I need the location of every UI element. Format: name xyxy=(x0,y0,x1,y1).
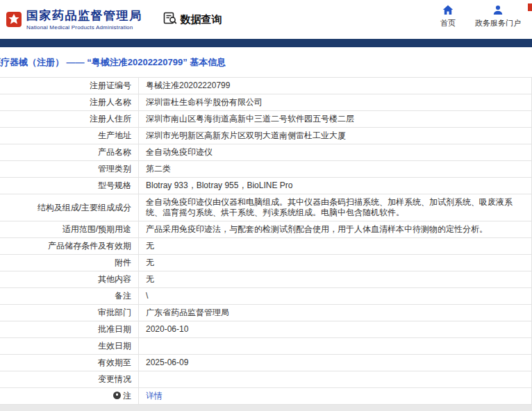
table-row: 变更情况 xyxy=(0,371,532,388)
table-row: 注册证编号粤械注准20202220799 xyxy=(0,78,532,94)
row-label: 批准日期 xyxy=(0,321,139,338)
row-label: 产品储存条件及有效期 xyxy=(0,238,139,255)
home-icon xyxy=(442,5,454,17)
nav-portal[interactable]: 政务服务门户 xyxy=(475,5,521,28)
row-value: 粤械注准20202220799 xyxy=(139,78,532,94)
row-value: 深圳雷杜生命科学股份有限公司 xyxy=(139,94,532,111)
row-value: \ xyxy=(139,288,532,305)
navy-bar xyxy=(0,39,532,47)
cropped-red-icon xyxy=(528,3,532,11)
page-title: 医疗器械（注册） —— “粤械注准20202220799” 基本信息 xyxy=(0,47,532,77)
row-value xyxy=(139,371,532,388)
table-row: 批准日期2020-06-10 xyxy=(0,321,532,338)
row-label: 管理类别 xyxy=(0,161,139,178)
row-value: 广东省药品监督管理局 xyxy=(139,305,532,321)
table-row: 有效期至2025-06-09 xyxy=(0,355,532,371)
row-value: 2020-06-10 xyxy=(139,321,532,338)
agency-name-en: National Medical Products Administration xyxy=(26,24,142,31)
info-table-body: 注册证编号粤械注准20202220799注册人名称深圳雷杜生命科学股份有限公司注… xyxy=(0,78,532,405)
row-label: 注册人住所 xyxy=(0,111,139,128)
row-value: 第二类 xyxy=(139,161,532,178)
header-nav: 首页 政务服务门户 xyxy=(440,5,521,28)
row-label: 型号规格 xyxy=(0,178,139,194)
row-label: 注 xyxy=(0,388,139,405)
row-label: 生产地址 xyxy=(0,128,139,144)
table-row: 注册人住所深圳市南山区粤海街道高新中三道二号软件园五号楼二层 xyxy=(0,111,532,128)
nav-home-label: 首页 xyxy=(440,18,456,28)
row-value: 产品采用免疫印迹法，与配套的检测试剂配合使用，用于人体血清样本中待测物的定性分析… xyxy=(139,221,532,238)
registration-info-table: 注册证编号粤械注准20202220799注册人名称深圳雷杜生命科学股份有限公司注… xyxy=(0,77,532,405)
row-value: 深圳市南山区粤海街道高新中三道二号软件园五号楼二层 xyxy=(139,111,532,128)
row-label: 附件 xyxy=(0,255,139,271)
data-query-label: 数据查询 xyxy=(181,13,222,26)
row-value xyxy=(139,338,532,355)
row-value: 全自动免疫印迹仪由仪器和电脑组成。其中仪器由条码扫描系统、加样系统、加试剂系统、… xyxy=(139,194,532,221)
row-label: 注册人名称 xyxy=(0,94,139,111)
row-label: 审批部门 xyxy=(0,305,139,321)
agency-name-cn: 国家药品监督管理局 xyxy=(26,9,142,23)
table-row: 型号规格Blotray 933，Blotray 955，BioLINE Pro xyxy=(0,178,532,194)
row-value: 无 xyxy=(139,271,532,288)
data-query-icon xyxy=(163,12,177,27)
nav-portal-label: 政务服务门户 xyxy=(475,18,521,28)
table-row: 产品名称全自动免疫印迹仪 xyxy=(0,144,532,161)
row-value: 无 xyxy=(139,255,532,271)
table-row: 备注\ xyxy=(0,288,532,305)
table-row: 审批部门广东省药品监督管理局 xyxy=(0,305,532,321)
row-value: 2025-06-09 xyxy=(139,355,532,371)
row-label: 适用范围/预期用途 xyxy=(0,221,139,238)
row-value: 无 xyxy=(139,238,532,255)
row-label: 变更情况 xyxy=(0,371,139,388)
table-row: 产品储存条件及有效期无 xyxy=(0,238,532,255)
table-row: 附件无 xyxy=(0,255,532,271)
row-label: 产品名称 xyxy=(0,144,139,161)
row-label: 结构及组成/主要组成成分 xyxy=(0,194,139,221)
page: 国家药品监督管理局 National Medical Products Admi… xyxy=(0,0,532,405)
row-label: 其他内容 xyxy=(0,271,139,288)
table-row: 管理类别第二类 xyxy=(0,161,532,178)
agency-brand: 国家药品监督管理局 National Medical Products Admi… xyxy=(6,9,142,31)
row-value: 全自动免疫印迹仪 xyxy=(139,144,532,161)
nav-home[interactable]: 首页 xyxy=(440,5,456,28)
detail-link[interactable]: 详情 xyxy=(146,391,163,401)
table-row: 注详情 xyxy=(0,388,532,405)
row-value: Blotray 933，Blotray 955，BioLINE Pro xyxy=(139,178,532,194)
user-icon xyxy=(492,5,504,17)
table-row: 其他内容无 xyxy=(0,271,532,288)
nmpa-logo-icon xyxy=(6,11,22,28)
agency-name-block: 国家药品监督管理局 National Medical Products Admi… xyxy=(26,9,142,31)
table-row: 生产地址深圳市光明新区高新东片区双明大道南侧雷杜工业大厦 xyxy=(0,128,532,144)
row-value: 深圳市光明新区高新东片区双明大道南侧雷杜工业大厦 xyxy=(139,128,532,144)
site-header: 国家药品监督管理局 National Medical Products Admi… xyxy=(0,0,532,39)
table-row: 注册人名称深圳雷杜生命科学股份有限公司 xyxy=(0,94,532,111)
table-row: 适用范围/预期用途产品采用免疫印迹法，与配套的检测试剂配合使用，用于人体血清样本… xyxy=(0,221,532,238)
row-value: 详情 xyxy=(139,388,532,405)
note-icon xyxy=(113,392,121,399)
table-row: 结构及组成/主要组成成分全自动免疫印迹仪由仪器和电脑组成。其中仪器由条码扫描系统… xyxy=(0,194,532,221)
row-label: 生效日期 xyxy=(0,338,139,355)
row-label: 注册证编号 xyxy=(0,78,139,94)
row-label: 有效期至 xyxy=(0,355,139,371)
data-query-tab[interactable]: 数据查询 xyxy=(163,12,222,27)
table-row: 生效日期 xyxy=(0,338,532,355)
row-label: 备注 xyxy=(0,288,139,305)
